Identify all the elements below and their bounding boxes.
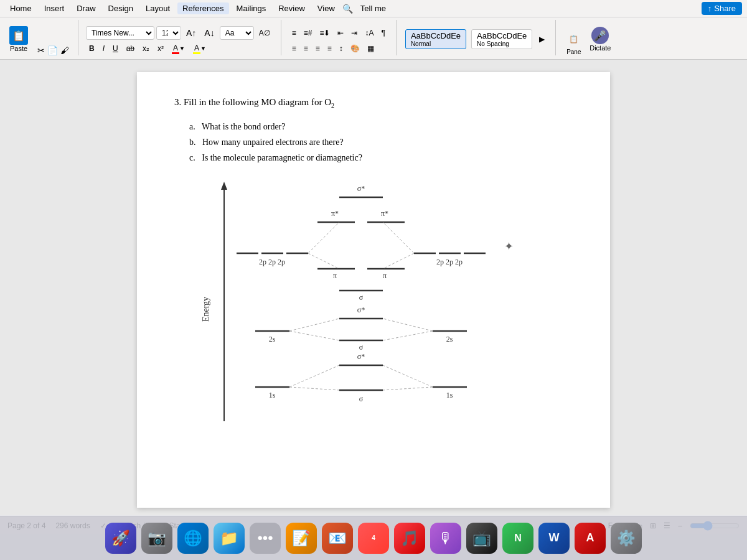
share-label: Share xyxy=(714,4,736,13)
menu-review[interactable]: Review xyxy=(273,2,310,14)
clipboard-extra: ✂ 📄 🖌 xyxy=(37,45,69,55)
menu-insert[interactable]: Insert xyxy=(39,2,70,14)
question-block: 3. Fill in the following MO diagram for … xyxy=(174,97,573,109)
dock-notes[interactable]: 📝 xyxy=(286,523,317,554)
style-normal[interactable]: AaBbCcDdEe Normal xyxy=(405,29,466,49)
menu-view[interactable]: View xyxy=(312,2,340,14)
dock-calendar[interactable]: 4 xyxy=(358,523,389,554)
copy-icon[interactable]: 📄 xyxy=(47,45,58,55)
share-icon: ↑ xyxy=(708,4,712,13)
svg-line-46 xyxy=(383,319,433,331)
svg-line-43 xyxy=(289,387,339,390)
dock-music[interactable]: 🎵 xyxy=(394,523,425,554)
line-spacing-button[interactable]: ↕ xyxy=(336,42,346,55)
sub-questions: a. What is the bond order? b. How many u… xyxy=(189,119,573,166)
clear-format-button[interactable]: A∅ xyxy=(256,26,273,40)
dock-app-a[interactable]: A xyxy=(575,523,606,554)
font-size-select[interactable]: 12 xyxy=(156,26,181,40)
dock: 🚀 📷 🌐 📁 ••• 📝 📧 4 🎵 🎙 📺 N W A ⚙️ xyxy=(0,515,747,560)
shading-button[interactable]: 🎨 xyxy=(347,42,363,55)
dock-word[interactable]: W xyxy=(538,523,570,554)
align-left-button[interactable]: ≡ xyxy=(289,42,299,55)
menu-tell-me[interactable]: Tell me xyxy=(355,2,391,14)
menu-layout[interactable]: Layout xyxy=(141,2,175,14)
italic-button[interactable]: I xyxy=(100,42,108,55)
styles-pane-button[interactable]: 📋 xyxy=(566,32,581,46)
dock-photos[interactable]: 📷 xyxy=(141,523,172,554)
svg-text:σ: σ xyxy=(359,394,364,403)
dictate-button[interactable]: 🎤 Dictate xyxy=(586,23,614,55)
svg-text:1s: 1s xyxy=(269,391,276,399)
menu-design[interactable]: Design xyxy=(103,2,138,14)
font-color-A-button[interactable]: A ▼ xyxy=(169,42,188,55)
strikethrough-button[interactable]: ab xyxy=(123,42,138,55)
multilevel-list-button[interactable]: ≡⬇ xyxy=(316,26,333,40)
energy-axis-label: Energy xyxy=(201,296,210,321)
dock-podcasts[interactable]: 🎙 xyxy=(430,523,461,554)
svg-text:σ*: σ* xyxy=(357,306,365,314)
more-styles-button[interactable]: ▶ xyxy=(536,23,548,55)
svg-text:σ*: σ* xyxy=(357,352,365,361)
increase-indent-button[interactable]: ⇥ xyxy=(348,26,360,40)
shrink-font-button[interactable]: A↓ xyxy=(201,26,217,40)
highlight-button[interactable]: A ▼ xyxy=(190,42,209,55)
menu-draw[interactable]: Draw xyxy=(72,2,100,14)
grow-font-button[interactable]: A↑ xyxy=(183,26,199,40)
bold-button[interactable]: B xyxy=(86,42,98,55)
dock-finder[interactable]: 📁 xyxy=(214,523,245,554)
numbering-button[interactable]: ≡# xyxy=(301,26,316,40)
justify-button[interactable]: ≡ xyxy=(324,42,335,55)
svg-line-39 xyxy=(308,253,339,269)
bullets-button[interactable]: ≡ xyxy=(289,26,299,40)
underline-button[interactable]: U xyxy=(110,42,121,55)
superscript-button[interactable]: x² xyxy=(154,42,167,55)
show-formatting-button[interactable]: ¶ xyxy=(378,26,388,40)
dock-safari[interactable]: 🌐 xyxy=(177,523,209,554)
svg-text:σ*: σ* xyxy=(357,184,365,193)
svg-text:σ: σ xyxy=(359,293,364,302)
svg-text:π*: π* xyxy=(331,209,339,218)
svg-line-48 xyxy=(383,365,433,387)
svg-line-38 xyxy=(308,222,339,253)
dock-launchpad[interactable]: 🚀 xyxy=(105,523,136,554)
paragraph-group: ≡ ≡# ≡⬇ ⇤ ⇥ ↕A ¶ ≡ ≡ ≡ ≡ ↕ 🎨 ▦ xyxy=(289,26,388,55)
styles-pane-group: 📋 Pane xyxy=(566,32,581,55)
menu-references[interactable]: References xyxy=(177,2,228,14)
question-number: 3. Fill in the following MO diagram for … xyxy=(174,97,334,107)
styles-pane-label: Pane xyxy=(566,49,581,55)
dock-mail[interactable]: 📧 xyxy=(322,523,353,554)
font-name-select[interactable]: Times New... xyxy=(86,26,154,40)
dock-numbers[interactable]: N xyxy=(502,523,533,554)
svg-marker-1 xyxy=(221,182,227,190)
styles-pane-icon: 📋 xyxy=(569,35,578,44)
paste-button[interactable]: 📋 Paste xyxy=(5,23,32,55)
style-normal-preview: AaBbCcDdEe xyxy=(411,31,461,40)
svg-line-40 xyxy=(289,319,339,331)
subscript-button[interactable]: x₂ xyxy=(139,42,153,55)
sort-button[interactable]: ↕A xyxy=(362,26,377,40)
svg-line-49 xyxy=(383,387,433,390)
style-no-spacing[interactable]: AaBbCcDdEe No Spacing xyxy=(471,29,532,49)
menu-mailings[interactable]: Mailings xyxy=(232,2,271,14)
align-center-button[interactable]: ≡ xyxy=(301,42,311,55)
dock-settings[interactable]: ⚙️ xyxy=(611,523,642,554)
align-right-button[interactable]: ≡ xyxy=(312,42,323,55)
paste-icon: 📋 xyxy=(9,26,28,45)
sub-question-c: c. Is the molecule paramagnetic or diama… xyxy=(189,150,573,166)
svg-text:2p   2p   2p: 2p 2p 2p xyxy=(436,258,463,266)
dock-appletv[interactable]: 📺 xyxy=(466,523,497,554)
aa-select[interactable]: Aa xyxy=(220,26,254,40)
dock-more[interactable]: ••• xyxy=(250,523,281,554)
borders-button[interactable]: ▦ xyxy=(364,42,377,55)
paste-group: 📋 Paste xyxy=(5,23,32,55)
cut-icon[interactable]: ✂ xyxy=(37,45,45,55)
decrease-indent-button[interactable]: ⇤ xyxy=(334,26,347,40)
share-button[interactable]: ↑ Share xyxy=(702,2,742,15)
style-no-spacing-preview: AaBbCcDdEe xyxy=(477,31,527,40)
menu-home[interactable]: Home xyxy=(5,2,37,14)
format-painter-icon[interactable]: 🖌 xyxy=(60,45,69,55)
ribbon: 📋 Paste ✂ 📄 🖌 Times New... 12 A↑ A↓ Aa A… xyxy=(0,17,747,60)
dictate-label: Dictate xyxy=(590,44,611,52)
mo-diagram: Energy 2p 2p 2p 2s 1s 2p 2p 2p 2s xyxy=(174,172,548,434)
style-no-spacing-name: No Spacing xyxy=(477,40,527,47)
